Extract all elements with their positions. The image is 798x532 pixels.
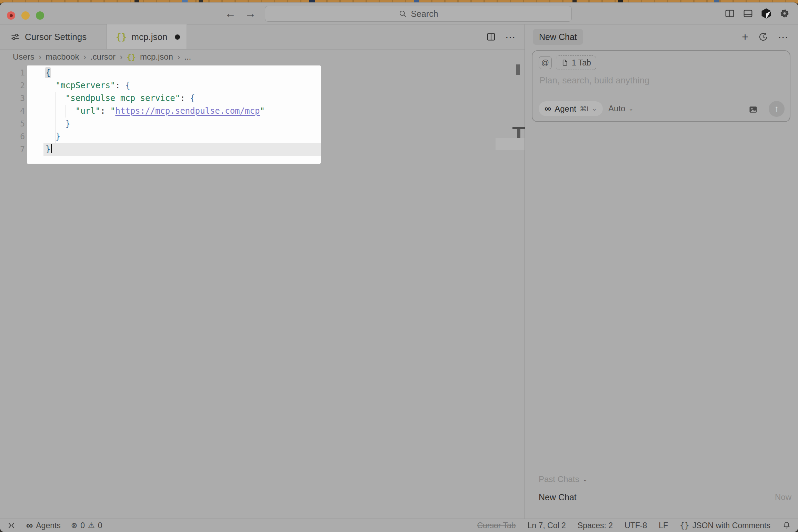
code-text: "mcpServers": { — [46, 79, 130, 92]
line-number: 1 — [0, 66, 25, 79]
chat-tab-new-chat[interactable]: New Chat — [533, 29, 583, 45]
current-line-highlight — [43, 143, 321, 156]
chat-input-box[interactable]: @ 1 Tab Plan, search, build anything ∞ A… — [532, 50, 790, 122]
context-tab-chip[interactable]: 1 Tab — [556, 55, 596, 70]
chat-placeholder: Plan, search, build anything — [539, 75, 649, 86]
breadcrumb-item[interactable]: ... — [184, 52, 191, 62]
model-label: Auto — [608, 104, 625, 113]
settings-sliders-icon — [10, 32, 20, 42]
code-line[interactable]: 2 "mcpServers": { — [0, 79, 525, 92]
agent-mode-label: Agent — [555, 104, 576, 114]
code-line[interactable]: 7} — [0, 143, 525, 156]
code-text: } — [46, 143, 52, 156]
code-line[interactable]: 5 } — [0, 117, 525, 130]
cursor-position[interactable]: Ln 7, Col 2 — [528, 521, 566, 530]
tab-cursor-settings[interactable]: Cursor Settings — [0, 24, 107, 49]
new-chat-plus-icon[interactable]: + — [742, 31, 748, 43]
search-icon — [398, 9, 407, 18]
infinity-icon: ∞ — [26, 520, 33, 531]
zoom-button[interactable] — [36, 11, 44, 20]
code-editor[interactable]: 1{2 "mcpServers": {3 "sendpulse_mcp_serv… — [0, 64, 525, 519]
past-chat-list-item[interactable]: New Chat Now — [539, 490, 791, 504]
search-input[interactable]: Search — [265, 6, 572, 22]
chat-more-icon[interactable]: ⋯ — [778, 31, 789, 43]
agent-mode-selector[interactable]: ∞ Agent ⌘I ⌄ — [539, 101, 603, 116]
more-actions-icon[interactable]: ⋯ — [505, 31, 516, 43]
add-context-button[interactable]: @ — [539, 56, 552, 69]
desktop: ← → Search — [0, 0, 798, 532]
breadcrumb-item[interactable]: Users — [13, 52, 34, 62]
code-text: } — [46, 130, 60, 143]
breadcrumb-item[interactable]: macbook — [46, 52, 79, 62]
code-text: } — [46, 117, 70, 130]
unsaved-changes-dot[interactable] — [175, 34, 180, 40]
text-cursor — [51, 144, 52, 153]
past-chats-header[interactable]: Past Chats ⌄ — [539, 474, 588, 484]
code-lines: 1{2 "mcpServers": {3 "sendpulse_mcp_serv… — [0, 66, 525, 156]
code-line[interactable]: 1{ — [0, 66, 525, 79]
line-number: 4 — [0, 105, 25, 117]
close-button[interactable] — [7, 11, 15, 20]
breadcrumb: Users › macbook › .cursor › {} mcp.json … — [0, 49, 525, 64]
line-number: 7 — [0, 143, 25, 156]
errors-icon: ⊗ — [71, 521, 77, 530]
line-number: 5 — [0, 117, 25, 130]
overview-ruler-mark — [516, 64, 520, 75]
code-line[interactable]: 3 "sendpulse_mcp_service": { — [0, 92, 525, 105]
tab-label: mcp.json — [131, 32, 167, 42]
up-arrow-icon: ↑ — [774, 103, 779, 114]
ai-chat-panel: New Chat + ⋯ @ — [525, 24, 798, 519]
current-line-ruler-highlight — [496, 138, 525, 150]
back-button[interactable]: ← — [225, 7, 236, 20]
past-chat-time: Now — [775, 492, 791, 502]
agent-shortcut: ⌘I — [580, 105, 589, 113]
tab-mcp-json[interactable]: {} mcp.json — [107, 24, 187, 49]
chat-tab-label: New Chat — [539, 32, 577, 42]
breadcrumb-item[interactable]: mcp.json — [140, 52, 173, 62]
split-editor-icon[interactable] — [486, 32, 496, 42]
past-chat-title: New Chat — [539, 492, 577, 502]
status-bar: ∞ Agents ⊗ 0 ⚠ 0 Cursor Tab Ln 7, Col 2 … — [0, 519, 798, 532]
line-number: 3 — [0, 92, 25, 105]
code-text: "url": "https://mcp.sendpulse.com/mcp" — [46, 105, 265, 117]
chat-history-icon[interactable] — [758, 32, 768, 42]
indentation-setting[interactable]: Spaces: 2 — [578, 521, 613, 530]
breadcrumb-separator: › — [39, 52, 41, 62]
warnings-icon: ⚠ — [88, 521, 95, 530]
code-line[interactable]: 6 } — [0, 130, 525, 143]
toggle-panel-icon[interactable] — [742, 8, 754, 19]
cursor-logo-icon[interactable] — [760, 8, 772, 19]
json-file-icon: {} — [127, 53, 136, 61]
cursor-tab-toggle[interactable]: Cursor Tab — [477, 521, 516, 530]
cursor-window: ← → Search — [0, 2, 798, 532]
breadcrumb-separator: › — [177, 52, 180, 62]
code-text: "sendpulse_mcp_service": { — [46, 92, 195, 105]
scrollbar-thumb[interactable] — [517, 129, 520, 138]
file-icon — [561, 59, 569, 66]
eol-setting[interactable]: LF — [659, 521, 668, 530]
language-mode[interactable]: {} JSON with Comments — [680, 521, 770, 530]
notifications-bell-icon[interactable] — [782, 521, 791, 530]
breadcrumb-item[interactable]: .cursor — [90, 52, 116, 62]
remote-indicator-icon[interactable] — [7, 521, 16, 530]
chevron-down-icon: ⌄ — [628, 105, 633, 112]
code-text: { — [46, 66, 50, 79]
infinity-icon: ∞ — [545, 103, 551, 114]
agents-label: Agents — [36, 521, 61, 530]
settings-gear-icon[interactable] — [779, 8, 790, 19]
agents-status[interactable]: ∞ Agents — [26, 520, 61, 531]
attach-image-icon[interactable] — [748, 105, 758, 114]
forward-button[interactable]: → — [245, 7, 256, 20]
breadcrumb-separator: › — [120, 52, 122, 62]
search-placeholder: Search — [411, 9, 438, 19]
tab-label: Cursor Settings — [25, 32, 87, 42]
code-line[interactable]: 4 "url": "https://mcp.sendpulse.com/mcp" — [0, 105, 525, 117]
encoding-setting[interactable]: UTF-8 — [625, 521, 647, 530]
problems-status[interactable]: ⊗ 0 ⚠ 0 — [71, 521, 102, 530]
braces-icon: {} — [680, 521, 689, 530]
toggle-sidebar-icon[interactable] — [724, 8, 736, 19]
model-selector[interactable]: Auto ⌄ — [608, 104, 634, 113]
tab-bar: Cursor Settings {} mcp.json ⋯ — [0, 24, 525, 50]
minimize-button[interactable] — [21, 11, 30, 20]
send-button[interactable]: ↑ — [769, 101, 785, 117]
